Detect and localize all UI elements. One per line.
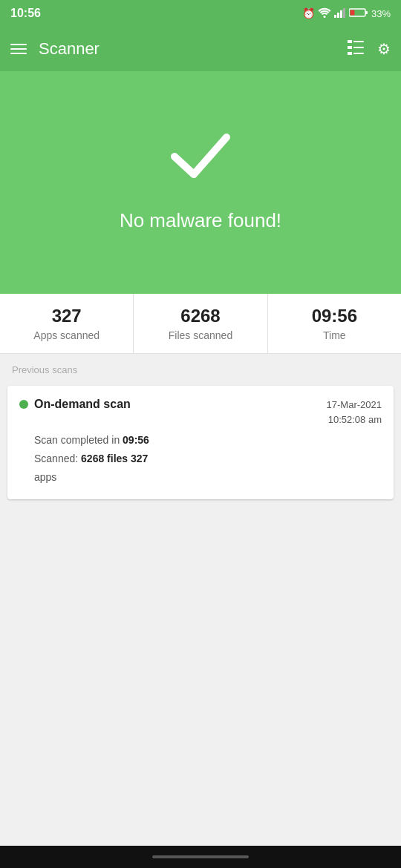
scan-completed-line: Scan completed in 09:56 — [34, 431, 382, 450]
scan-scanned-prefix: Scanned: — [34, 453, 81, 464]
svg-rect-12 — [348, 52, 352, 55]
scan-title: On-demand scan — [34, 398, 131, 411]
scan-card-header: On-demand scan 17-Mar-2021 10:52:08 am — [19, 398, 382, 427]
stat-files-number: 6268 — [180, 306, 220, 326]
previous-scans-label: Previous scans — [0, 354, 401, 381]
scan-card: On-demand scan 17-Mar-2021 10:52:08 am S… — [7, 386, 394, 499]
battery-percent: 33% — [371, 8, 391, 19]
svg-rect-2 — [337, 13, 339, 18]
hero-message: No malware found! — [120, 209, 281, 232]
svg-rect-9 — [353, 41, 364, 42]
scan-time-value: 10:52:08 am — [327, 412, 382, 427]
hamburger-line-2 — [10, 48, 27, 50]
stat-apps-scanned: 327 Apps scanned — [0, 294, 134, 353]
app-header: Scanner ⚙ — [0, 27, 401, 71]
app-title: Scanner — [39, 39, 348, 59]
scan-status-dot — [19, 400, 28, 409]
status-bar: 10:56 ⏰ 33% — [0, 0, 401, 27]
hamburger-line-1 — [10, 44, 27, 45]
svg-rect-11 — [353, 47, 364, 48]
svg-rect-6 — [365, 11, 368, 14]
stat-files-scanned: 6268 Files scanned — [134, 294, 267, 353]
bottom-bar — [0, 846, 401, 868]
svg-rect-13 — [353, 53, 364, 54]
signal-icon — [334, 7, 346, 20]
scan-date-value: 17-Mar-2021 — [327, 398, 382, 412]
home-bar — [152, 855, 249, 858]
checkmark-icon — [167, 125, 234, 194]
scan-scanned-count: 6268 files 327 — [81, 453, 148, 464]
scan-details: Scan completed in 09:56 Scanned: 6268 fi… — [34, 431, 382, 487]
status-time: 10:56 — [10, 7, 41, 20]
stat-time: 09:56 Time — [268, 294, 401, 353]
scan-title-row: On-demand scan — [19, 398, 131, 411]
stats-row: 327 Apps scanned 6268 Files scanned 09:5… — [0, 294, 401, 354]
alarm-icon: ⏰ — [302, 7, 315, 19]
hamburger-button[interactable] — [10, 44, 27, 54]
scan-completed-prefix: Scan completed in — [34, 434, 123, 446]
svg-rect-4 — [343, 8, 345, 18]
content-area: Previous scans On-demand scan 17-Mar-202… — [0, 354, 401, 651]
battery-status — [349, 7, 368, 20]
header-actions: ⚙ — [348, 40, 391, 59]
svg-point-0 — [323, 16, 325, 18]
scan-scanned-line: Scanned: 6268 files 327 — [34, 450, 382, 468]
svg-rect-3 — [340, 10, 342, 18]
svg-rect-10 — [348, 46, 352, 49]
stat-apps-label: Apps scanned — [33, 329, 100, 341]
stat-time-number: 09:56 — [312, 306, 357, 326]
scan-completed-time: 09:56 — [123, 434, 149, 446]
status-icons: ⏰ 33% — [302, 7, 391, 20]
stat-files-label: Files scanned — [169, 329, 232, 341]
scan-apps-line: apps — [34, 468, 382, 487]
wifi-icon — [318, 7, 331, 20]
hamburger-line-3 — [10, 53, 27, 54]
stat-apps-number: 327 — [52, 306, 82, 326]
svg-rect-8 — [348, 40, 352, 43]
stat-time-label: Time — [323, 329, 346, 341]
hero-section: No malware found! — [0, 71, 401, 294]
scan-apps-text: apps — [34, 471, 56, 483]
list-icon[interactable] — [348, 40, 364, 59]
scan-date: 17-Mar-2021 10:52:08 am — [327, 398, 382, 427]
svg-rect-1 — [334, 15, 336, 18]
svg-rect-7 — [350, 10, 354, 15]
settings-icon[interactable]: ⚙ — [377, 40, 391, 58]
